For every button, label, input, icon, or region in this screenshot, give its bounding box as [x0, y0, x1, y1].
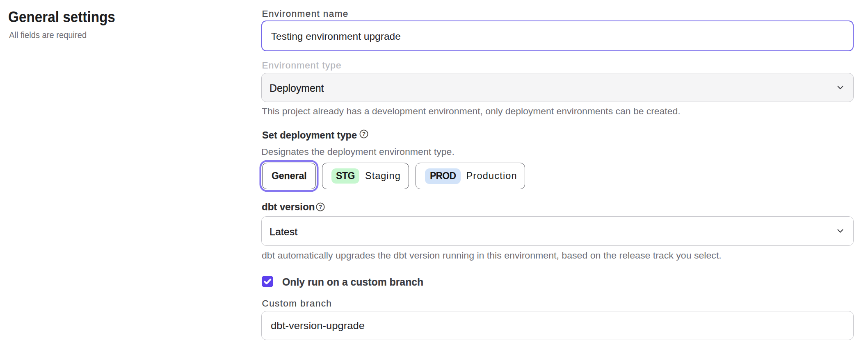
svg-text:?: ?	[362, 131, 365, 137]
svg-text:?: ?	[319, 204, 322, 210]
